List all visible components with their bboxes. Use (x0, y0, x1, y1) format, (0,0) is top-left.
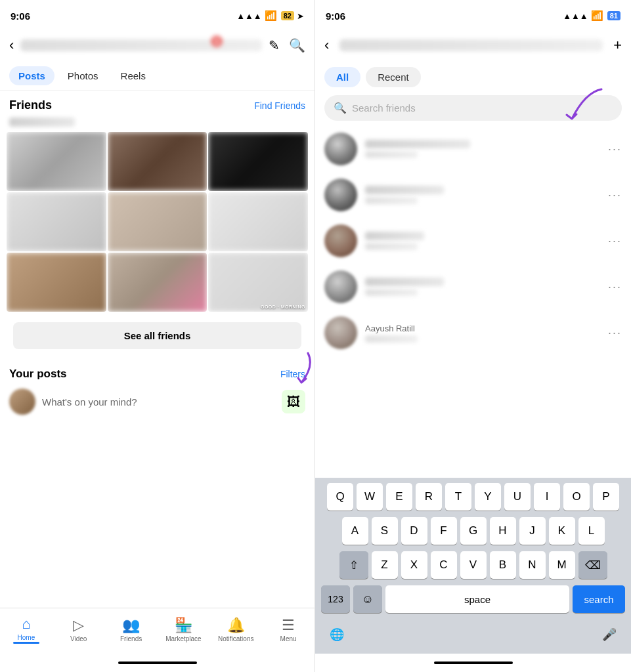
friend-item-3[interactable]: ··· (315, 218, 631, 264)
post-placeholder[interactable]: What's on your mind? (42, 396, 275, 408)
edit-icon[interactable]: ✎ (269, 37, 280, 53)
friend-name-4 (365, 278, 444, 286)
post-input-row: What's on your mind? 🖼 (0, 383, 315, 420)
friends-icon: 👥 (122, 617, 140, 634)
photo-cell-2[interactable] (108, 132, 207, 191)
key-L[interactable]: L (578, 517, 605, 545)
plus-button[interactable]: + (613, 37, 622, 54)
key-Z[interactable]: Z (372, 551, 398, 579)
friend-more-2[interactable]: ··· (608, 188, 622, 202)
left-search-icon[interactable]: 🔍 (289, 37, 305, 53)
key-A[interactable]: A (342, 517, 368, 545)
key-W[interactable]: W (357, 483, 383, 511)
key-U[interactable]: U (504, 483, 531, 511)
key-shift[interactable]: ⇧ (339, 551, 368, 579)
key-numbers[interactable]: 123 (321, 585, 350, 613)
key-C[interactable]: C (431, 551, 457, 579)
friend-item-2[interactable]: ··· (315, 172, 631, 218)
key-T[interactable]: T (445, 483, 471, 511)
nav-friends[interactable]: 👥 Friends (105, 617, 158, 642)
key-G[interactable]: G (460, 517, 487, 545)
friend-item-1[interactable]: ··· (315, 126, 631, 172)
friend-avatar-2 (324, 178, 357, 211)
photo-upload-icon[interactable]: 🖼 (282, 390, 305, 413)
friend-more-1[interactable]: ··· (608, 142, 622, 156)
photo-cell-6[interactable] (208, 192, 308, 251)
key-J[interactable]: J (519, 517, 546, 545)
key-E[interactable]: E (386, 483, 412, 511)
key-globe[interactable]: 🌐 (322, 621, 351, 648)
tab-reels[interactable]: Reels (112, 66, 155, 85)
nav-marketplace[interactable]: 🏪 Marketplace (157, 617, 209, 642)
friend-more-4[interactable]: ··· (608, 280, 622, 294)
key-emoji[interactable]: ☺ (353, 585, 382, 613)
tab-posts[interactable]: Posts (9, 66, 54, 85)
key-O[interactable]: O (563, 483, 590, 511)
marketplace-label: Marketplace (165, 635, 201, 642)
nav-notifications[interactable]: 🔔 Notifications (209, 617, 262, 642)
location-icon: ➤ (297, 11, 304, 21)
key-Q[interactable]: Q (327, 483, 353, 511)
key-I[interactable]: I (534, 483, 560, 511)
left-back-button[interactable]: ‹ (9, 37, 14, 54)
filter-all[interactable]: All (324, 67, 360, 87)
friend-sub-5 (365, 335, 418, 343)
photo-cell-1[interactable] (7, 132, 106, 191)
friend-sub-1 (365, 151, 418, 158)
notification-badge: 1 (211, 35, 223, 47)
nav-menu[interactable]: ☰ Menu (262, 617, 315, 642)
key-R[interactable]: R (416, 483, 442, 511)
photo-cell-9[interactable]: GOOD · MORNING (208, 253, 308, 312)
filters-link[interactable]: Filters (280, 369, 305, 379)
keyboard-row-4: 123 ☺ space search (317, 585, 629, 613)
key-M[interactable]: M (549, 551, 575, 579)
friend-item-4[interactable]: ··· (315, 264, 631, 310)
battery-badge: 82 (281, 11, 294, 20)
menu-icon: ☰ (282, 617, 295, 634)
key-N[interactable]: N (519, 551, 546, 579)
photo-cell-7[interactable] (7, 253, 106, 312)
nav-home[interactable]: ⌂ Home (0, 616, 53, 644)
key-mic[interactable]: 🎤 (595, 621, 624, 648)
key-D[interactable]: D (401, 517, 427, 545)
find-friends-link[interactable]: Find Friends (254, 100, 305, 111)
key-B[interactable]: B (490, 551, 516, 579)
key-H[interactable]: H (490, 517, 516, 545)
key-search[interactable]: search (573, 585, 625, 613)
key-V[interactable]: V (460, 551, 487, 579)
friends-label: Friends (120, 635, 142, 642)
bottom-nav: ⌂ Home ▷ Video 👥 Friends 🏪 Marketplace 🔔… (0, 608, 315, 654)
photo-cell-4[interactable] (7, 192, 106, 251)
friend-avatar-4 (324, 270, 357, 303)
key-S[interactable]: S (372, 517, 398, 545)
photo-cell-8[interactable] (108, 253, 207, 312)
key-K[interactable]: K (549, 517, 575, 545)
search-bar-placeholder: Search friends (352, 102, 416, 114)
home-underline (13, 642, 39, 644)
friend-more-3[interactable]: ··· (608, 234, 622, 248)
see-all-friends-button[interactable]: See all friends (13, 322, 301, 349)
key-space[interactable]: space (385, 585, 569, 613)
right-signal-icon: ▲▲▲ (563, 11, 588, 21)
key-Y[interactable]: Y (475, 483, 501, 511)
right-back-button[interactable]: ‹ (324, 37, 329, 54)
key-F[interactable]: F (431, 517, 457, 545)
right-time: 9:06 (326, 10, 345, 22)
photo-cell-3[interactable] (208, 132, 308, 191)
key-backspace[interactable]: ⌫ (578, 551, 607, 579)
friend-item-5[interactable]: Aayush Ratill ··· (315, 310, 631, 356)
home-icon: ⌂ (22, 616, 30, 633)
key-P[interactable]: P (593, 483, 619, 511)
keyboard-row-2: A S D F G H J K L (317, 517, 629, 545)
filter-recent[interactable]: Recent (366, 67, 421, 87)
left-panel: 9:06 ▲▲▲ 📶 82 ➤ ‹ 1 ✎ 🔍 Posts Photos Ree… (0, 0, 315, 672)
tab-photos[interactable]: Photos (58, 66, 108, 85)
search-bar-container: 🔍 Search friends (315, 93, 631, 126)
key-X[interactable]: X (401, 551, 427, 579)
friend-more-5[interactable]: ··· (608, 326, 622, 340)
search-bar[interactable]: 🔍 Search friends (324, 95, 622, 121)
left-nav-icons: ✎ 🔍 (269, 37, 305, 53)
photo-cell-5[interactable] (108, 192, 207, 251)
friend-info-5: Aayush Ratill (365, 324, 600, 343)
nav-video[interactable]: ▷ Video (53, 617, 105, 642)
